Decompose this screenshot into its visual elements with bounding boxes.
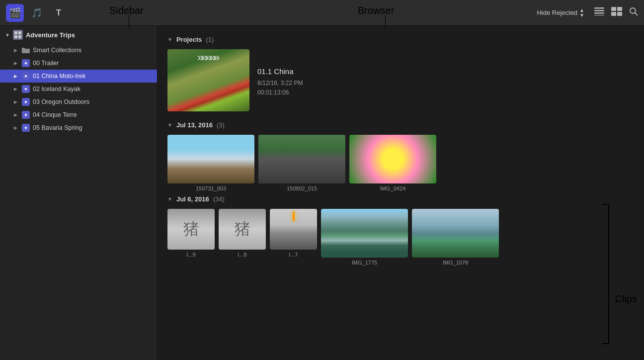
- svg-rect-12: [14, 35, 17, 38]
- clip-thumb-i9: 猪: [167, 209, 215, 250]
- clip-img1078[interactable]: IMG_1078: [412, 209, 499, 266]
- chevron-right-icon-cinque: ▶: [14, 112, 19, 117]
- clip-thumb-img0424: [349, 135, 436, 183]
- app-container: 🎬 🎵 T Hide Rejected ▲ ▼: [0, 0, 644, 360]
- toolbar-right: Hide Rejected ▲ ▼: [534, 6, 638, 20]
- projects-chevron-icon[interactable]: ▼: [167, 37, 172, 42]
- list-view-button[interactable]: [594, 7, 604, 18]
- chevron-right-icon: ▶: [14, 48, 19, 53]
- jul6-count: (34): [213, 195, 225, 203]
- svg-rect-5: [617, 7, 622, 11]
- jul13-title: Jul 13, 2016: [176, 121, 213, 129]
- project-item[interactable]: » » » » » 01.1 China 8/12/16, 3:22 PM 00…: [167, 49, 636, 113]
- chinese-char-2-image: 猪: [219, 209, 266, 250]
- star-badge-oregon: ★: [22, 98, 30, 106]
- chevron-right-icon-iceland: ▶: [14, 87, 19, 91]
- jul6-clips-grid: 猪 I...9 猪 I...8: [167, 209, 636, 266]
- bavaria-label: 05 Bavaria Spring: [33, 124, 82, 131]
- jul13-count: (3): [217, 121, 225, 129]
- library-header[interactable]: ▼ Adventure Trips: [0, 26, 157, 44]
- clip-label-img0424: IMG_0424: [380, 185, 405, 191]
- music-icon-button[interactable]: 🎵: [28, 4, 46, 22]
- sidebar-item-01-china[interactable]: ▶ ★ 01 China Moto-trek: [0, 70, 157, 83]
- star-badge-trailer: ★: [22, 59, 30, 67]
- project-date: 8/12/16, 3:22 PM 00:01:13:06: [257, 79, 303, 97]
- star-badge-cinque: ★: [22, 111, 30, 119]
- library-grid-icon: [13, 30, 23, 40]
- star-badge-china: ★: [22, 72, 30, 80]
- project-info: 01.1 China 8/12/16, 3:22 PM 00:01:13:06: [257, 49, 303, 97]
- music-note-icon: 🎵: [31, 7, 42, 18]
- mountains2-image: [412, 209, 499, 258]
- cinque-label: 04 Cinque Terre: [33, 111, 77, 118]
- sidebar-item-smart-collections[interactable]: ▶ Smart Collections: [0, 44, 157, 57]
- clip-i7[interactable]: I...7: [270, 209, 317, 266]
- content-area: ▼ Adventure Trips ▶: [0, 26, 644, 360]
- clip-i8[interactable]: 猪 I...8: [219, 209, 266, 266]
- clip-label-i9: I...9: [186, 252, 195, 258]
- karst-image: [321, 209, 408, 258]
- titles-icon-button[interactable]: T: [50, 4, 68, 22]
- folder-icon: [22, 46, 30, 54]
- clip-label-i7: I...7: [289, 252, 298, 258]
- svg-rect-6: [611, 12, 616, 16]
- jul13-section-header: ▼ Jul 13, 2016 (3): [167, 121, 636, 129]
- clip-150802-015[interactable]: 150802_015: [258, 135, 345, 191]
- clip-label-img1775: IMG_1775: [352, 260, 377, 266]
- flower-image: [349, 135, 436, 183]
- sidebar-item-03-oregon[interactable]: ▶ ★ 03 Oregon Outdoors: [0, 95, 157, 108]
- svg-rect-2: [594, 12, 604, 14]
- jul6-section-header: ▼ Jul 6, 2016 (34): [167, 195, 636, 203]
- svg-rect-1: [594, 10, 604, 11]
- clip-label-img1078: IMG_1078: [443, 260, 468, 266]
- clapperboard-icon: 🎬: [9, 7, 21, 19]
- clip-150731-003[interactable]: 150731_003: [167, 135, 254, 191]
- clip-thumb-i8: 猪: [219, 209, 266, 250]
- toolbar: 🎬 🎵 T Hide Rejected ▲ ▼: [0, 0, 644, 26]
- candle-image: [270, 209, 317, 250]
- chevron-right-icon-oregon: ▶: [14, 99, 19, 104]
- clip-i9[interactable]: 猪 I...9: [167, 209, 215, 266]
- library-name: Adventure Trips: [26, 31, 75, 39]
- china-label: 01 China Moto-trek: [33, 73, 85, 80]
- clip-img0424[interactable]: IMG_0424: [349, 135, 436, 191]
- sidebar-item-02-iceland[interactable]: ▶ ★ 02 Iceland Kayak: [0, 83, 157, 95]
- filmstrip-view-button[interactable]: [611, 7, 622, 18]
- star-badge-bavaria: ★: [22, 124, 30, 132]
- search-button[interactable]: [629, 7, 638, 18]
- jul6-title: Jul 6, 2016: [176, 195, 209, 203]
- svg-rect-10: [14, 31, 17, 34]
- clip-thumb-img1775: [321, 209, 408, 258]
- project-thumbnail: » » » » »: [167, 49, 249, 111]
- smart-collections-label: Smart Collections: [33, 47, 81, 54]
- text-icon: T: [56, 8, 61, 17]
- clip-thumb-150802-015: [258, 135, 345, 183]
- svg-rect-3: [594, 15, 604, 15]
- clip-thumb-img1078: [412, 209, 499, 258]
- clip-label-i8: I...8: [238, 252, 246, 258]
- svg-rect-13: [18, 35, 21, 38]
- chinese-char-1-image: 猪: [167, 209, 215, 250]
- clip-img1775[interactable]: IMG_1775: [321, 209, 408, 266]
- sort-arrows-icon: ▲ ▼: [579, 8, 584, 18]
- svg-rect-4: [611, 7, 616, 11]
- clip-label-150731-003: 150731_003: [196, 185, 226, 191]
- oregon-label: 03 Oregon Outdoors: [33, 98, 89, 105]
- chevron-right-icon-china: ▶: [14, 74, 19, 79]
- sidebar: ▼ Adventure Trips ▶: [0, 26, 158, 360]
- sidebar-item-05-bavaria[interactable]: ▶ ★ 05 Bavaria Spring: [0, 121, 157, 134]
- library-icon-button[interactable]: 🎬: [6, 4, 24, 22]
- jul13-chevron-icon[interactable]: ▼: [167, 122, 172, 128]
- jul6-chevron-icon[interactable]: ▼: [167, 196, 172, 202]
- iceland-label: 02 Iceland Kayak: [33, 86, 80, 92]
- chevron-right-icon-bavaria: ▶: [14, 125, 19, 130]
- trailer-label: 00 Trailer: [33, 60, 59, 67]
- mountain-image: [167, 135, 254, 183]
- browser: ▼ Projects (1) » » » » »: [158, 26, 644, 360]
- sidebar-item-00-trailer[interactable]: ▶ ★ 00 Trailer: [0, 57, 157, 70]
- hide-rejected-button[interactable]: Hide Rejected ▲ ▼: [534, 6, 587, 20]
- sidebar-item-04-cinque[interactable]: ▶ ★ 04 Cinque Terre: [0, 108, 157, 121]
- chevron-strip-overlay: » » » » »: [167, 51, 249, 64]
- projects-section-header: ▼ Projects (1): [167, 36, 636, 43]
- chevron-right-icon-trailer: ▶: [14, 61, 19, 66]
